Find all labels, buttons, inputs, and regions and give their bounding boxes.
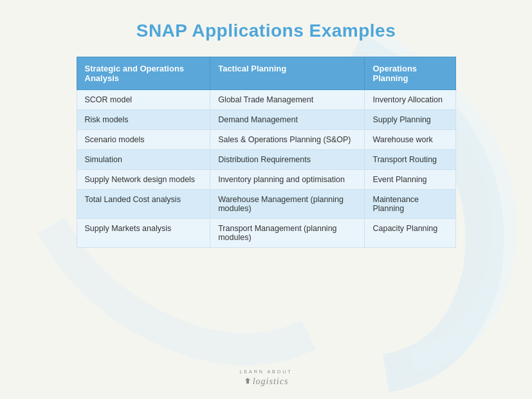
table-cell: Total Landed Cost analysis — [77, 190, 210, 219]
table-cell: Supply Planning — [365, 110, 455, 130]
table-cell: Risk models — [77, 110, 210, 130]
table-cell: Distribution Requirements — [210, 150, 365, 170]
table-cell: Transport Routing — [365, 150, 455, 170]
column-header-operations: Operations Planning — [365, 57, 455, 90]
table-cell: Warehouse work — [365, 130, 455, 150]
main-table-wrapper: Strategic and Operations Analysis Tactic… — [77, 57, 456, 248]
table-cell: Maintenance Planning — [365, 190, 455, 219]
table-cell: Event Planning — [365, 170, 455, 190]
table-cell: Supply Markets analysis — [77, 219, 210, 248]
footer-logo: LEARN ABOUT logistics — [239, 369, 292, 387]
table-row: Supply Network design modelsInventory pl… — [77, 170, 455, 190]
table-row: Supply Markets analysisTransport Managem… — [77, 219, 455, 248]
table-cell: Inventory planning and optimisation — [210, 170, 365, 190]
table-row: Scenario modelsSales & Operations Planni… — [77, 130, 455, 150]
table-cell: Simulation — [77, 150, 210, 170]
table-cell: Warehouse Management (planning modules) — [210, 190, 365, 219]
table-cell: Scenario models — [77, 130, 210, 150]
page-title: SNAP Applications Examples — [136, 21, 396, 41]
footer-learn-text: LEARN ABOUT — [239, 369, 292, 374]
logistics-icon — [244, 377, 252, 386]
table-cell: Supply Network design models — [77, 170, 210, 190]
table-cell: Global Trade Management — [210, 90, 365, 110]
table-row: SCOR modelGlobal Trade ManagementInvento… — [77, 90, 455, 110]
snap-applications-table: Strategic and Operations Analysis Tactic… — [77, 57, 456, 248]
table-cell: Sales & Operations Planning (S&OP) — [210, 130, 365, 150]
table-row: Risk modelsDemand ManagementSupply Plann… — [77, 110, 455, 130]
table-cell: SCOR model — [77, 90, 210, 110]
column-header-tactical: Tactical Planning — [210, 57, 365, 90]
table-cell: Demand Management — [210, 110, 365, 130]
column-header-strategic: Strategic and Operations Analysis — [77, 57, 210, 90]
table-cell: Capacity Planning — [365, 219, 455, 248]
table-cell: Inventory Allocation — [365, 90, 455, 110]
table-row: Total Landed Cost analysisWarehouse Mana… — [77, 190, 455, 219]
table-header-row: Strategic and Operations Analysis Tactic… — [77, 57, 455, 90]
footer-logistics-text: logistics — [244, 374, 289, 387]
table-cell: Transport Management (planning modules) — [210, 219, 365, 248]
table-row: SimulationDistribution RequirementsTrans… — [77, 150, 455, 170]
